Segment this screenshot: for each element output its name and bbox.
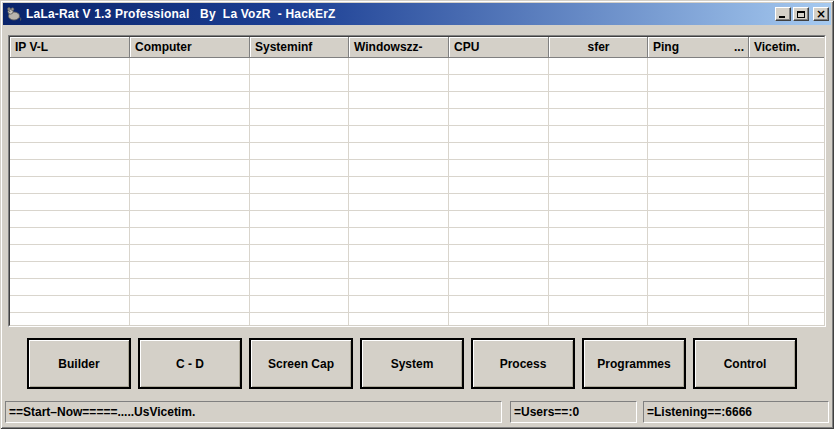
grid-column-line bbox=[250, 58, 349, 325]
process-button[interactable]: Process bbox=[471, 338, 575, 389]
control-button[interactable]: Control bbox=[693, 338, 797, 389]
app-window: LaLa-Rat V 1.3 Professional By La VozR -… bbox=[0, 0, 834, 429]
column-header-systeminf[interactable]: Systeminf bbox=[250, 37, 349, 58]
column-header-sfer[interactable]: sfer bbox=[549, 37, 648, 58]
grid-column-line bbox=[749, 58, 824, 325]
c-d-button[interactable]: C - D bbox=[138, 338, 242, 389]
minimize-icon bbox=[779, 16, 785, 18]
ping-overflow-indicator: ... bbox=[734, 40, 744, 54]
status-panel-start: ==Start–Now=====.....UsVicetim. bbox=[5, 401, 502, 423]
column-header-ping[interactable]: Ping... bbox=[648, 37, 749, 58]
grid-column-line bbox=[449, 58, 549, 325]
column-header-cpu[interactable]: CPU bbox=[449, 37, 549, 58]
maximize-icon bbox=[797, 11, 805, 18]
grid-column-lines bbox=[10, 58, 824, 325]
grid-column-line bbox=[10, 58, 130, 325]
grid-column-line bbox=[648, 58, 749, 325]
maximize-button[interactable] bbox=[793, 7, 809, 21]
minimize-button[interactable] bbox=[775, 7, 791, 21]
grid-column-line bbox=[130, 58, 250, 325]
grid-column-line bbox=[549, 58, 648, 325]
column-header-ip[interactable]: IP V-L bbox=[10, 37, 130, 58]
column-header-vicetim[interactable]: Vicetim. bbox=[749, 37, 824, 58]
client-list-body[interactable] bbox=[10, 58, 824, 325]
window-controls: × bbox=[775, 7, 829, 21]
builder-button[interactable]: Builder bbox=[27, 338, 131, 389]
close-icon: × bbox=[816, 9, 826, 19]
app-icon bbox=[6, 6, 22, 22]
programmes-button[interactable]: Programmes bbox=[582, 338, 686, 389]
column-header-windows[interactable]: Windowszz- bbox=[349, 37, 449, 58]
action-button-row: Builder C - D Screen Cap System Process … bbox=[27, 338, 797, 389]
grid-column-line bbox=[349, 58, 449, 325]
client-list-header: IP V-L Computer Systeminf Windowszz- CPU… bbox=[10, 37, 824, 58]
titlebar[interactable]: LaLa-Rat V 1.3 Professional By La VozR -… bbox=[3, 3, 831, 25]
status-panel-listening: =Listening==:6666 bbox=[643, 401, 829, 423]
client-list-inner: IP V-L Computer Systeminf Windowszz- CPU… bbox=[9, 36, 825, 326]
client-list: IP V-L Computer Systeminf Windowszz- CPU… bbox=[8, 35, 826, 327]
close-button[interactable]: × bbox=[813, 7, 829, 21]
status-panel-users: =Users==:0 bbox=[510, 401, 637, 423]
column-header-computer[interactable]: Computer bbox=[130, 37, 250, 58]
system-button[interactable]: System bbox=[360, 338, 464, 389]
window-title: LaLa-Rat V 1.3 Professional By La VozR -… bbox=[26, 7, 775, 21]
screen-cap-button[interactable]: Screen Cap bbox=[249, 338, 353, 389]
